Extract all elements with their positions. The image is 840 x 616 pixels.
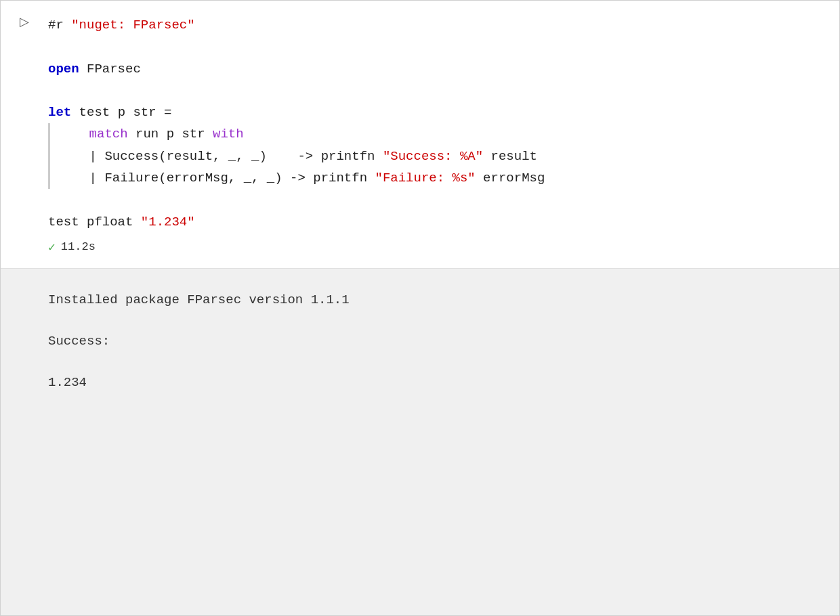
code-keyword: with bbox=[213, 127, 244, 141]
code-token-string: "1.234" bbox=[141, 215, 195, 229]
code-line-2: open FParsec bbox=[48, 58, 819, 80]
output-line-1: Installed package FParsec version 1.1.1 bbox=[48, 289, 792, 311]
code-token: test p str = bbox=[71, 105, 171, 120]
code-token: | Success(result, _, _) -> printfn bbox=[58, 149, 383, 164]
empty-line bbox=[48, 36, 819, 58]
code-keyword: match bbox=[89, 127, 128, 141]
code-token: errorMsg bbox=[476, 171, 545, 185]
code-token: run p str bbox=[128, 127, 213, 141]
code-token: result bbox=[483, 149, 537, 164]
code-token: FParsec bbox=[79, 62, 141, 76]
output-line-2: Success: bbox=[48, 330, 792, 352]
code-keyword: let bbox=[48, 105, 71, 120]
vertical-bar-section: match run p str with | Success(result, _… bbox=[48, 123, 819, 189]
code-token: #r bbox=[48, 18, 71, 32]
code-cell: ▷ #r "nuget: FParsec" open FParsec let t… bbox=[1, 1, 839, 269]
cell-content-row: ▷ #r "nuget: FParsec" open FParsec let t… bbox=[1, 14, 839, 233]
code-token: | Failure(errorMsg, _, _) -> printfn bbox=[58, 171, 375, 185]
empty-line bbox=[48, 189, 819, 211]
code-line-3: let test p str = bbox=[48, 102, 819, 123]
output-cell: Installed package FParsec version 1.1.1 … bbox=[1, 269, 839, 615]
code-token-string: "Failure: %s" bbox=[375, 171, 475, 185]
code-line-7: test pfloat "1.234" bbox=[48, 211, 819, 233]
check-icon: ✓ bbox=[48, 240, 56, 255]
indented-block: match run p str with | Success(result, _… bbox=[58, 123, 819, 189]
code-keyword: open bbox=[48, 62, 79, 76]
code-line-5: | Success(result, _, _) -> printfn "Succ… bbox=[58, 146, 819, 167]
code-content: #r "nuget: FParsec" open FParsec let tes… bbox=[48, 14, 839, 233]
code-token-string: "Success: %A" bbox=[383, 149, 483, 164]
code-line-6: | Failure(errorMsg, _, _) -> printfn "Fa… bbox=[58, 167, 819, 189]
output-empty-1 bbox=[48, 311, 792, 330]
run-button[interactable]: ▷ bbox=[20, 16, 29, 28]
output-empty-2 bbox=[48, 352, 792, 372]
execution-time: 11.2s bbox=[61, 240, 96, 253]
execution-status-row: ✓ 11.2s bbox=[1, 233, 839, 255]
code-token: test pfloat bbox=[48, 215, 141, 229]
code-line-1: #r "nuget: FParsec" bbox=[48, 14, 819, 36]
code-token-string: "nuget: FParsec" bbox=[71, 18, 194, 32]
vertical-bar bbox=[48, 123, 50, 189]
output-line-3: 1.234 bbox=[48, 372, 792, 393]
notebook-container: ▷ #r "nuget: FParsec" open FParsec let t… bbox=[0, 0, 840, 616]
empty-line bbox=[48, 80, 819, 102]
code-line-4: match run p str with bbox=[58, 123, 819, 145]
code-token bbox=[58, 127, 89, 141]
run-button-area: ▷ bbox=[1, 14, 48, 28]
